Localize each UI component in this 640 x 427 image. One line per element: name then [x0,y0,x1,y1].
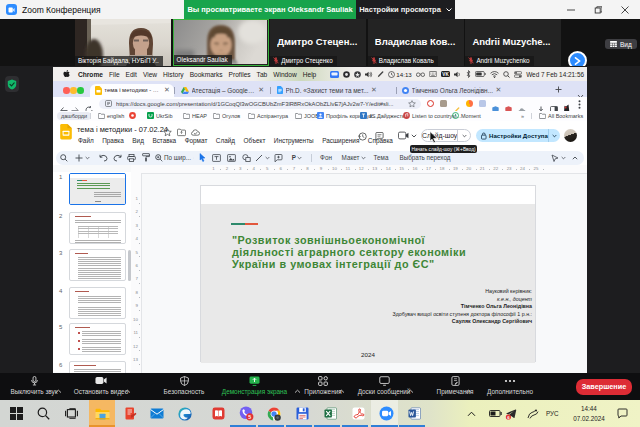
mac-menu-profiles[interactable]: Profiles [229,71,251,78]
books-app-button[interactable] [209,405,227,423]
whiteboards-options-chevron[interactable] [407,380,414,398]
stop-video-button[interactable]: Остановить видео [72,375,130,398]
annotations-options-chevron[interactable] [465,380,472,398]
tray-language-indicator[interactable]: РУС [546,410,559,417]
current-slide[interactable]: "Розвиток зовнішньоекономічної діяльност… [200,185,536,362]
spotlight-search-icon[interactable] [503,71,510,78]
view-settings-dropdown[interactable]: Настройки просмотра [356,0,455,19]
menu-view[interactable]: Вид [130,137,146,144]
participant-tile-oleksandr[interactable]: Oleksandr Sauliak [173,19,269,66]
mac-menu-bookmarks[interactable]: Bookmarks [190,71,223,78]
slide-year[interactable]: 2024 [201,351,535,358]
mac-menu-chrome[interactable]: Chrome [78,71,103,78]
account-avatar[interactable] [564,129,577,142]
share-dropdown[interactable] [548,129,560,142]
share-options-chevron[interactable] [294,380,301,398]
bluetooth-icon[interactable] [466,70,471,78]
slide-title[interactable]: "Розвиток зовнішньоекономічної діяльност… [232,234,492,271]
comments-icon[interactable] [375,132,384,141]
mac-menu-view[interactable]: View [143,71,157,78]
menu-slide[interactable]: Слайд [214,137,237,144]
excel-app-button[interactable] [321,405,339,423]
bookmark-joob[interactable]: JOOB [295,111,319,121]
bookmark-moment[interactable]: Moment [452,111,481,121]
viber-app-button[interactable]: 5 [237,405,255,423]
file-explorer-button[interactable] [93,405,111,423]
bookmark-heap[interactable]: HEAP [183,111,207,121]
bookmark-dashboards[interactable]: дашборди [57,112,91,120]
toolbar-print-icon[interactable] [126,151,136,166]
toolbar-pv-tool[interactable]: P [289,151,305,166]
control-center-icon[interactable] [514,71,522,78]
menu-file[interactable]: Файл [76,137,96,144]
tab-timchenko[interactable]: Тімченко Ольга Леонідівн... ✕ [398,84,544,98]
bookmarks-overflow-chevron[interactable]: » [521,111,524,121]
keyboard-icon[interactable] [429,71,437,77]
toolbar-textbox-icon[interactable] [211,151,221,166]
ext-reader-icon[interactable] [466,100,473,107]
sound-icon[interactable] [454,71,462,78]
ext-onetab-icon[interactable] [427,100,434,107]
version-history-icon[interactable] [358,132,367,141]
location-status-icon[interactable] [354,71,361,78]
slide-thumbnail-2[interactable] [69,212,126,244]
more-button[interactable]: Дополнительно [480,375,540,398]
new-tab-button[interactable] [553,84,564,95]
mac-menu-help[interactable]: Help [303,71,317,78]
bookmark-star-icon[interactable] [408,100,416,108]
toolbar-pointer-tool[interactable] [550,151,566,166]
glasses-icon[interactable] [416,72,425,77]
maximize-button[interactable] [585,0,611,19]
edge-browser-button[interactable] [176,405,194,423]
mac-menu-file[interactable]: File [109,71,120,78]
bookmark-english[interactable]: english [98,111,124,121]
video-options-chevron[interactable] [124,380,131,398]
bookmark-js-digest[interactable]: JS Дайджесты [360,111,406,121]
floppy-app-button[interactable] [293,405,311,423]
notification-center-icon[interactable] [614,405,630,423]
address-bar[interactable]: https://docs.google.com/presentation/d/1… [99,99,421,109]
bookmark-ukrsib[interactable]: UkrSib [147,111,173,121]
task-view-button[interactable] [62,405,80,423]
menu-edit[interactable]: Правка [100,137,126,144]
toolbar-select-cursor-icon[interactable] [197,151,207,166]
apple-menu-icon[interactable] [63,70,70,78]
slide-thumbnail-5[interactable] [69,323,126,355]
toolbar-line-tool[interactable] [253,151,271,166]
view-layout-button[interactable]: Вид [605,39,637,49]
menu-extensions[interactable]: Расширения [320,137,361,144]
background-button[interactable]: Фон [316,151,336,166]
security-button[interactable]: Безопасность [157,375,211,398]
slide-thumbnail-1[interactable] [69,173,126,205]
mail-red-app-button[interactable] [121,405,139,423]
mac-menu-edit[interactable]: Edit [126,71,137,78]
ext-notes-icon[interactable] [479,100,486,107]
toolbar-insert-comment-icon[interactable] [273,151,283,166]
google-slides-logo[interactable] [60,124,72,140]
slide-thumbnail-6[interactable] [69,361,126,373]
mac-minimize-button[interactable] [70,87,77,94]
toolbar-collapse-chevron[interactable] [569,151,581,166]
wifi-icon[interactable] [490,71,499,78]
slide-thumbnail-3[interactable] [69,249,126,281]
mac-datetime[interactable]: Wed 7 Feb 14:21:56 [526,71,584,78]
menu-object[interactable]: Объект [242,137,268,144]
battery-icon[interactable] [475,71,486,77]
participant-tile-vladyslav[interactable]: Владислав Ков... Владислав Коваль [368,19,464,66]
layout-button[interactable]: Макет [339,151,369,166]
chrome-menu-icon[interactable] [578,100,581,110]
mac-fullscreen-button[interactable] [77,87,84,94]
mac-menu-tab[interactable]: Tab [257,71,268,78]
meet-button[interactable] [398,131,417,140]
security-shield-overlay[interactable] [5,76,19,92]
theme-button[interactable]: Тема [370,151,392,166]
toolbar-shape-icon[interactable] [241,151,251,166]
mac-menu-window[interactable]: Window [273,71,296,78]
tab-close-icon[interactable]: ✕ [164,86,170,94]
word-app-button[interactable] [405,405,423,423]
toolbar-zoom-icon[interactable] [154,151,164,166]
mac-close-button[interactable] [63,87,70,94]
acrobat-app-button[interactable] [349,405,367,423]
mute-button[interactable]: Выключить звук [7,375,61,398]
toolbar-image-icon[interactable] [226,151,236,166]
